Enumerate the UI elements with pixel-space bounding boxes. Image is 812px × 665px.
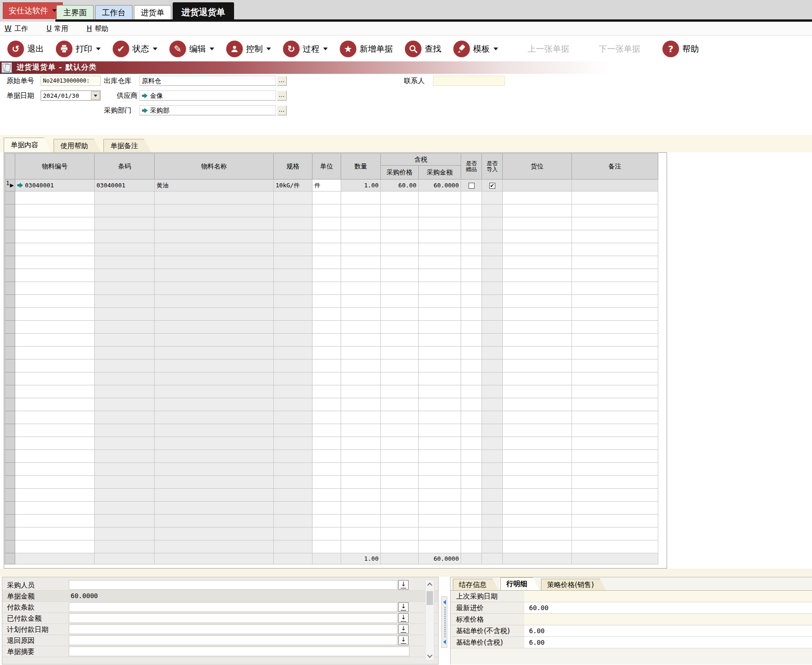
grid-cell[interactable]	[95, 192, 155, 204]
grid-cell[interactable]	[482, 256, 503, 269]
purchaser-input[interactable]	[69, 580, 397, 590]
grid-cell[interactable]	[503, 256, 572, 269]
grid-cell[interactable]	[482, 424, 503, 437]
grid-cell[interactable]	[381, 269, 419, 282]
grid-cell[interactable]	[482, 282, 503, 295]
grid-cell[interactable]	[15, 308, 95, 321]
paid-amount-drop-button[interactable]: ↓	[398, 613, 409, 623]
grid-cell[interactable]	[381, 450, 419, 463]
search-button[interactable]: 查找	[405, 41, 441, 57]
payment-terms-drop-button[interactable]: ↓	[398, 602, 409, 612]
grid-cell[interactable]	[95, 334, 155, 347]
window-tab-purchase-return[interactable]: 进货退货单	[173, 2, 234, 22]
grid-cell[interactable]	[95, 282, 155, 295]
grid-cell[interactable]	[95, 515, 155, 527]
grid-cell[interactable]	[313, 256, 341, 269]
grid-cell[interactable]	[419, 243, 461, 256]
col-location[interactable]: 货位	[503, 154, 572, 180]
row-number-cell[interactable]	[5, 372, 15, 385]
col-remark[interactable]: 备注	[572, 154, 658, 180]
grid-cell[interactable]	[381, 540, 419, 553]
grid-cell[interactable]	[419, 334, 461, 347]
grid-cell[interactable]	[274, 269, 313, 282]
grid-cell[interactable]	[572, 192, 658, 204]
grid-cell[interactable]	[381, 243, 419, 256]
grid-cell[interactable]	[482, 476, 503, 489]
grid-cell[interactable]	[419, 295, 461, 308]
grid-cell[interactable]	[155, 450, 274, 463]
grid-cell[interactable]	[482, 411, 503, 424]
prev-document-button[interactable]: 上一张单据	[528, 43, 569, 54]
grid-cell[interactable]	[503, 515, 572, 527]
grid-cell[interactable]	[419, 411, 461, 424]
grid-cell[interactable]	[461, 295, 482, 308]
grid-cell[interactable]	[95, 437, 155, 450]
col-price[interactable]: 采购价格	[381, 166, 419, 180]
grid-cell[interactable]	[572, 437, 658, 450]
grid-cell[interactable]	[572, 230, 658, 243]
grid-cell[interactable]	[461, 515, 482, 527]
grid-cell[interactable]	[381, 502, 419, 515]
grid-cell[interactable]	[95, 450, 155, 463]
grid-cell[interactable]	[503, 308, 572, 321]
grid-cell[interactable]	[155, 515, 274, 527]
menu-help[interactable]: H帮助	[87, 24, 108, 33]
grid-cell[interactable]	[155, 437, 274, 450]
grid-cell[interactable]	[503, 463, 572, 476]
col-material-no[interactable]: 物料编号	[15, 154, 95, 180]
window-tab-purchase-order[interactable]: 进货单	[134, 5, 171, 19]
grid-cell[interactable]	[95, 204, 155, 217]
grid-cell[interactable]	[15, 411, 95, 424]
grid-cell[interactable]	[274, 295, 313, 308]
grid-cell[interactable]	[419, 450, 461, 463]
grid-cell[interactable]	[341, 217, 381, 230]
grid-cell[interactable]	[341, 411, 381, 424]
grid-cell[interactable]	[15, 476, 95, 489]
app-menu-button[interactable]: 安仕达软件	[3, 2, 63, 19]
grid-cell[interactable]	[482, 334, 503, 347]
grid-cell[interactable]	[155, 192, 274, 204]
grid-cell[interactable]	[95, 463, 155, 476]
grid-cell[interactable]	[419, 540, 461, 553]
grid-cell[interactable]	[155, 243, 274, 256]
grid-cell[interactable]	[572, 256, 658, 269]
grid-cell[interactable]	[313, 424, 341, 437]
grid-cell[interactable]	[155, 217, 274, 230]
grid-cell[interactable]	[461, 502, 482, 515]
grid-cell[interactable]	[155, 476, 274, 489]
grid-cell[interactable]	[419, 256, 461, 269]
supplier-browse-button[interactable]: …	[277, 90, 287, 101]
grid-cell[interactable]	[15, 269, 95, 282]
grid-cell[interactable]	[503, 347, 572, 359]
row-number-cell[interactable]: 1▶	[5, 180, 15, 192]
grid-cell[interactable]	[15, 527, 95, 540]
grid-cell[interactable]	[274, 463, 313, 476]
grid-cell[interactable]	[95, 411, 155, 424]
grid-cell[interactable]	[95, 540, 155, 553]
grid-cell[interactable]	[461, 359, 482, 372]
grid-cell[interactable]	[341, 269, 381, 282]
grid-cell[interactable]	[572, 269, 658, 282]
grid-cell[interactable]	[572, 450, 658, 463]
next-document-button[interactable]: 下一张单据	[599, 43, 640, 54]
grid-cell[interactable]	[482, 192, 503, 204]
grid-cell[interactable]	[341, 515, 381, 527]
grid-cell[interactable]	[503, 217, 572, 230]
col-spec[interactable]: 规格	[274, 154, 313, 180]
grid-cell[interactable]	[381, 372, 419, 385]
dept-field[interactable]: 采购部	[139, 105, 276, 115]
row-number-cell[interactable]	[5, 204, 15, 217]
grid-cell[interactable]	[313, 217, 341, 230]
dept-browse-button[interactable]: …	[277, 105, 287, 115]
grid-cell[interactable]	[274, 334, 313, 347]
grid-cell[interactable]	[274, 527, 313, 540]
grid-cell[interactable]	[461, 372, 482, 385]
grid-cell[interactable]	[15, 217, 95, 230]
grid-cell[interactable]	[381, 308, 419, 321]
grid-cell[interactable]	[482, 540, 503, 553]
grid-cell[interactable]	[461, 424, 482, 437]
grid-cell[interactable]	[155, 398, 274, 411]
row-number-cell[interactable]	[5, 398, 15, 411]
template-button[interactable]: 模板	[453, 41, 498, 57]
grid-cell[interactable]	[503, 204, 572, 217]
